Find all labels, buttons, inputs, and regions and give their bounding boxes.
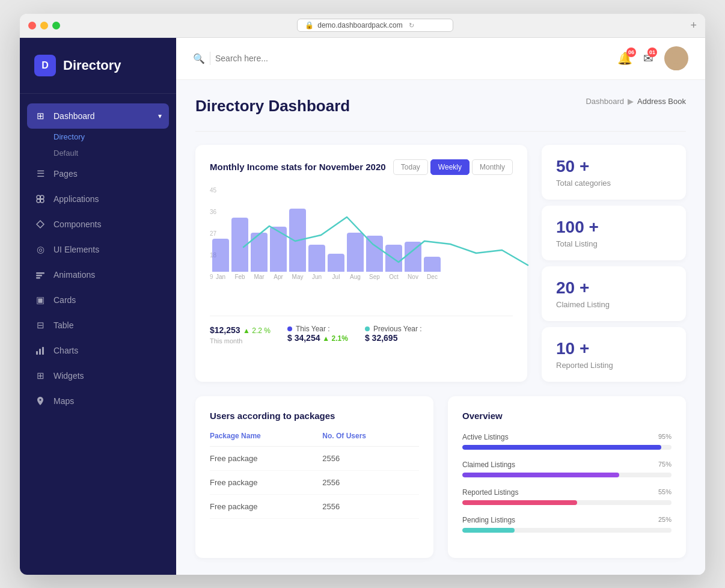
svg-rect-8 — [39, 349, 41, 355]
sidebar: D Directory ⊞ Dashboard ▾ Directory Defa… — [20, 38, 176, 575]
fullscreen-button[interactable] — [52, 22, 60, 29]
stats-panel: 50 + Total categories 100 + Total Listin… — [542, 145, 686, 382]
bar-sep: Sep — [366, 236, 383, 280]
bar-aug: Aug — [347, 233, 364, 280]
sidebar-item-applications[interactable]: Applications — [20, 186, 176, 212]
search-divider — [210, 52, 210, 65]
sidebar-item-charts[interactable]: Charts — [20, 338, 176, 363]
breadcrumb-current: Address Book — [637, 97, 686, 106]
breadcrumb-separator: ▶ — [628, 97, 634, 106]
pages-icon: ☰ — [34, 168, 46, 180]
overview-title: Overview — [462, 411, 671, 421]
progress-bar-fill — [462, 473, 619, 477]
col-no-users: No. Of Users — [322, 432, 419, 447]
chevron-down-icon: ▾ — [158, 112, 162, 120]
stat-box-1: 100 + Total Listing — [542, 206, 686, 260]
sidebar-item-label: Components — [54, 219, 101, 229]
search-input[interactable] — [215, 54, 608, 63]
prev-year-block: Previous Year : $ 32,695 — [365, 325, 422, 343]
animations-icon — [34, 269, 46, 281]
topbar: 🔍 🔔 06 ✉ 01 — [176, 38, 705, 80]
search-wrap: 🔍 — [193, 52, 608, 65]
filter-today[interactable]: Today — [393, 159, 428, 175]
lock-icon: 🔒 — [305, 21, 314, 29]
progress-bar-fill — [462, 500, 577, 505]
page-title: Directory Dashboard — [195, 97, 350, 115]
sidebar-item-cards[interactable]: ▣ Cards — [20, 287, 176, 313]
progress-pending: Pending Listings 25% — [462, 516, 671, 533]
filter-weekly[interactable]: Weekly — [430, 159, 470, 175]
svg-point-1 — [40, 195, 44, 199]
sidebar-item-label: Maps — [54, 396, 74, 406]
sidebar-item-label: Pages — [54, 169, 78, 179]
progress-bar-fill — [462, 528, 515, 533]
bottom-grid: Users according to packages Package Name… — [195, 396, 686, 558]
applications-icon — [34, 193, 46, 205]
dashboard-icon: ⊞ — [34, 110, 46, 122]
divider — [195, 131, 686, 132]
sidebar-item-label: UI Elements — [54, 245, 99, 254]
svg-rect-5 — [36, 275, 42, 277]
logo-icon: D — [34, 55, 56, 76]
progress-bar-bg — [462, 473, 671, 477]
messages-badge: 01 — [647, 47, 657, 57]
sidebar-item-label: Applications — [54, 194, 99, 204]
notification-button[interactable]: 🔔 06 — [617, 51, 632, 66]
titlebar: 🔒 demo.dashboardpack.com ↻ + — [20, 14, 705, 38]
bar-jun: Jun — [308, 245, 325, 280]
this-year-dot — [287, 326, 292, 331]
this-year-block: This Year : $ 34,254 ▲ 2.1% — [287, 325, 348, 343]
maps-icon — [34, 395, 46, 407]
col-package-name: Package Name — [210, 432, 322, 447]
sidebar-item-label: Table — [54, 320, 73, 330]
progress-bar-fill — [462, 445, 661, 450]
refresh-icon[interactable]: ↻ — [409, 22, 414, 29]
sidebar-item-components[interactable]: Components — [20, 212, 176, 237]
sidebar-item-ui-elements[interactable]: ◎ UI Elements — [20, 237, 176, 262]
url-text: demo.dashboardpack.com — [317, 21, 402, 29]
progress-reported: Reported Listings 55% — [462, 488, 671, 505]
sub-item-default[interactable]: Default — [54, 145, 176, 161]
filter-monthly[interactable]: Monthly — [472, 159, 513, 175]
avatar[interactable] — [664, 46, 688, 70]
traffic-lights — [28, 22, 60, 29]
notification-badge: 06 — [626, 47, 636, 57]
breadcrumb-home[interactable]: Dashboard — [586, 97, 624, 106]
svg-point-2 — [37, 199, 40, 203]
progress-bar-bg — [462, 500, 671, 505]
sidebar-nav: ⊞ Dashboard ▾ Directory Default ☰ Pages — [20, 94, 176, 423]
url-field[interactable]: 🔒 demo.dashboardpack.com ↻ — [297, 19, 453, 32]
bar-jan: Jan — [212, 239, 229, 280]
table-row: Free package 2556 — [210, 446, 419, 470]
components-icon — [34, 218, 46, 230]
table-icon: ⊟ — [34, 319, 46, 331]
stat-box-2: 20 + Claimed Listing — [542, 266, 686, 321]
breadcrumb: Dashboard ▶ Address Book — [586, 97, 686, 106]
sidebar-item-widgets[interactable]: ⊞ Widgets — [20, 363, 176, 388]
sidebar-item-maps[interactable]: Maps — [20, 388, 176, 414]
page-content: Directory Dashboard Dashboard ▶ Address … — [176, 80, 705, 575]
messages-button[interactable]: ✉ 01 — [643, 51, 653, 66]
table-row: Free package 2556 — [210, 494, 419, 518]
sidebar-item-table[interactable]: ⊟ Table — [20, 313, 176, 338]
minimize-button[interactable] — [40, 22, 48, 29]
stat-amount: $12,253 ▲ 2.2 % — [210, 325, 271, 335]
new-tab-button[interactable]: + — [690, 19, 697, 32]
svg-rect-9 — [42, 347, 44, 355]
close-button[interactable] — [28, 22, 36, 29]
progress-bar-bg — [462, 445, 671, 450]
stat-box-0: 50 + Total categories — [542, 145, 686, 200]
charts-icon — [34, 345, 46, 357]
chart-footer: $12,253 ▲ 2.2 % This month This Year : — [210, 316, 513, 345]
bar-feb: Feb — [231, 218, 248, 280]
address-bar: 🔒 demo.dashboardpack.com ↻ — [60, 19, 690, 32]
chart-title: Monthly Income stats for November 2020 — [210, 162, 386, 172]
sidebar-item-pages[interactable]: ☰ Pages — [20, 161, 176, 186]
chart-filters: Today Weekly Monthly — [393, 159, 513, 175]
svg-rect-6 — [36, 277, 40, 279]
sidebar-item-dashboard[interactable]: ⊞ Dashboard ▾ — [27, 103, 169, 129]
chart-header: Monthly Income stats for November 2020 T… — [210, 159, 513, 175]
sidebar-item-animations[interactable]: Animations — [20, 262, 176, 287]
sidebar-logo: D Directory — [20, 38, 176, 94]
sub-item-directory[interactable]: Directory — [54, 129, 176, 145]
